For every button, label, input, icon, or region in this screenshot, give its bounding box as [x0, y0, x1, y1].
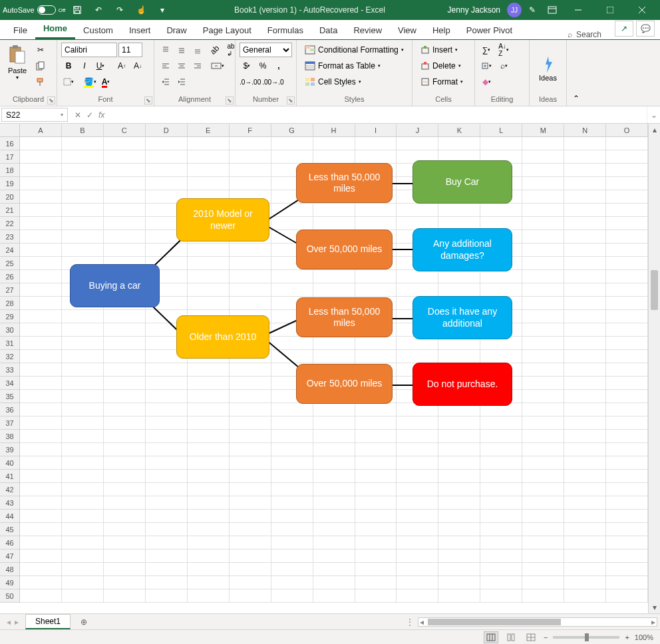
- pen-icon[interactable]: ✎: [523, 1, 542, 19]
- row-header-45[interactable]: 45: [0, 523, 20, 536]
- font-name-combo[interactable]: [61, 43, 117, 57]
- col-header-C[interactable]: C: [104, 124, 146, 137]
- row-header-19[interactable]: 19: [0, 177, 20, 190]
- row-header-37[interactable]: 37: [0, 416, 20, 430]
- row-header-18[interactable]: 18: [0, 164, 20, 177]
- horizontal-scrollbar[interactable]: ◂ ▸: [418, 617, 657, 627]
- tab-help[interactable]: Help: [424, 21, 458, 39]
- bold-button[interactable]: B: [61, 59, 76, 73]
- borders-button[interactable]: ▾: [61, 75, 76, 89]
- scroll-thumb[interactable]: [651, 270, 658, 310]
- diagram-cond-4[interactable]: Over 50,000 miles: [296, 364, 393, 404]
- name-box[interactable]: S22▾: [1, 108, 68, 122]
- normal-view-button[interactable]: [484, 631, 498, 643]
- align-middle-button[interactable]: [174, 43, 189, 57]
- zoom-in-button[interactable]: +: [625, 633, 629, 641]
- percent-button[interactable]: %: [255, 59, 270, 73]
- search-box[interactable]: ⌕ Search: [560, 30, 609, 39]
- row-header-17[interactable]: 17: [0, 150, 20, 164]
- ribbon-mode-icon[interactable]: [543, 1, 562, 19]
- cell-styles-button[interactable]: Cell Styles▾: [301, 75, 408, 89]
- format-as-table-button[interactable]: Format as Table▾: [301, 59, 408, 73]
- zoom-level[interactable]: 100%: [635, 633, 653, 641]
- col-header-N[interactable]: N: [564, 124, 606, 137]
- row-header-16[interactable]: 16: [0, 137, 20, 150]
- redo-icon[interactable]: ↷: [110, 1, 129, 19]
- row-header-25[interactable]: 25: [0, 257, 20, 270]
- increase-indent-button[interactable]: [174, 75, 189, 89]
- align-right-button[interactable]: [190, 59, 205, 73]
- row-header-34[interactable]: 34: [0, 377, 20, 390]
- align-left-button[interactable]: [158, 59, 173, 73]
- diagram-branch-1[interactable]: 2010 Model or newer: [176, 198, 269, 242]
- comments-button[interactable]: 💬: [636, 21, 655, 37]
- row-header-20[interactable]: 20: [0, 190, 20, 204]
- prev-sheet-icon[interactable]: ◂: [7, 617, 11, 627]
- row-header-44[interactable]: 44: [0, 510, 20, 523]
- row-header-32[interactable]: 32: [0, 350, 20, 363]
- row-header-21[interactable]: 21: [0, 204, 20, 217]
- row-header-38[interactable]: 38: [0, 430, 20, 443]
- font-color-button[interactable]: A▾: [98, 75, 113, 89]
- cancel-formula-icon[interactable]: ✕: [75, 110, 81, 120]
- expand-formula-bar-button[interactable]: ⌄: [647, 106, 660, 123]
- merge-center-button[interactable]: ▾: [210, 59, 225, 73]
- row-header-41[interactable]: 41: [0, 470, 20, 483]
- qat-dropdown-icon[interactable]: ▾: [153, 1, 172, 19]
- worksheet-grid[interactable]: ABCDEFGHIJKLMNO 161718192021222324252627…: [0, 124, 660, 613]
- row-header-36[interactable]: 36: [0, 403, 20, 416]
- italic-button[interactable]: I: [77, 59, 92, 73]
- tab-formulas[interactable]: Formulas: [259, 21, 311, 39]
- col-header-E[interactable]: E: [188, 124, 230, 137]
- align-top-button[interactable]: [158, 43, 173, 57]
- next-sheet-icon[interactable]: ▸: [15, 617, 19, 627]
- number-format-combo[interactable]: General: [240, 43, 292, 57]
- tab-review[interactable]: Review: [345, 21, 390, 39]
- row-header-26[interactable]: 26: [0, 270, 20, 283]
- autosum-button[interactable]: ∑▾: [479, 43, 494, 57]
- align-center-button[interactable]: [174, 59, 189, 73]
- col-header-G[interactable]: G: [271, 124, 313, 137]
- clear-button[interactable]: ◆▾: [479, 75, 494, 89]
- diagram-branch-2[interactable]: Older than 2010: [176, 315, 269, 359]
- col-header-B[interactable]: B: [62, 124, 104, 137]
- fx-icon[interactable]: fx: [98, 110, 104, 120]
- col-header-O[interactable]: O: [606, 124, 648, 137]
- row-header-23[interactable]: 23: [0, 230, 20, 243]
- underline-button[interactable]: U▾: [93, 59, 108, 73]
- number-dialog-launcher[interactable]: ⬊: [287, 96, 295, 104]
- row-header-39[interactable]: 39: [0, 443, 20, 456]
- maximize-button[interactable]: [595, 0, 625, 20]
- clipboard-dialog-launcher[interactable]: ⬊: [47, 96, 55, 104]
- col-header-J[interactable]: J: [397, 124, 438, 137]
- collapse-ribbon-button[interactable]: ⌃: [567, 40, 585, 106]
- sheet-tab-1[interactable]: Sheet1: [25, 614, 71, 629]
- zoom-slider[interactable]: [553, 636, 619, 639]
- find-select-button[interactable]: ⌕▾: [496, 59, 511, 73]
- row-header-40[interactable]: 40: [0, 456, 20, 470]
- format-cells-button[interactable]: Format▾: [416, 75, 470, 89]
- tab-file[interactable]: File: [5, 21, 35, 39]
- delete-cells-button[interactable]: Delete▾: [416, 59, 470, 73]
- tab-custom[interactable]: Custom: [75, 21, 121, 39]
- minimize-button[interactable]: [563, 0, 593, 20]
- row-header-43[interactable]: 43: [0, 496, 20, 510]
- decrease-indent-button[interactable]: [158, 75, 173, 89]
- orientation-button[interactable]: ab: [208, 43, 222, 57]
- row-header-31[interactable]: 31: [0, 337, 20, 350]
- diagram-result-3[interactable]: Does it have any additional: [412, 296, 512, 339]
- format-painter-button[interactable]: [33, 75, 48, 89]
- sort-filter-button[interactable]: A↓Z▾: [496, 43, 511, 57]
- diagram-result-1[interactable]: Buy Car: [412, 160, 512, 204]
- row-header-48[interactable]: 48: [0, 563, 20, 576]
- add-sheet-button[interactable]: ⊕: [76, 617, 92, 627]
- copy-button[interactable]: [33, 59, 48, 73]
- scroll-down-icon[interactable]: ▾: [649, 601, 660, 613]
- enter-formula-icon[interactable]: ✓: [86, 110, 93, 120]
- col-header-I[interactable]: I: [355, 124, 397, 137]
- row-header-35[interactable]: 35: [0, 390, 20, 403]
- conditional-formatting-button[interactable]: Conditional Formatting▾: [301, 43, 408, 57]
- cells-area[interactable]: Buying a car2010 Model or newerOlder tha…: [20, 137, 648, 613]
- col-header-K[interactable]: K: [438, 124, 480, 137]
- col-header-A[interactable]: A: [20, 124, 62, 137]
